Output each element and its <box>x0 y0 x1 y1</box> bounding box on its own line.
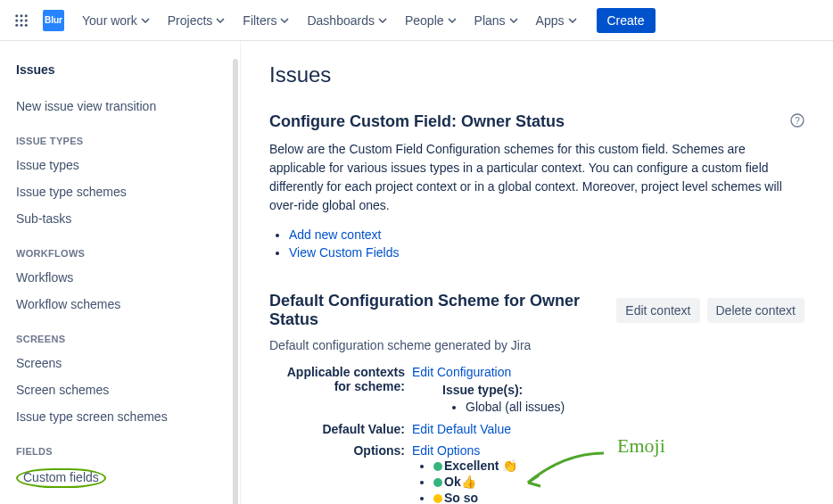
sidebar-item-new-issue-view[interactable]: New issue view transition <box>7 93 240 120</box>
sidebar-item-issue-type-schemes[interactable]: Issue type schemes <box>7 178 240 205</box>
nav-apps[interactable]: Apps <box>529 8 584 33</box>
sidebar-item-custom-fields[interactable]: Custom fields <box>7 462 240 494</box>
sidebar-group-screens: SCREENS <box>7 318 240 350</box>
nav-label: People <box>405 13 444 28</box>
link-edit-options[interactable]: Edit Options <box>412 443 480 458</box>
option-text: So so <box>444 491 478 504</box>
sidebar-title: Issues <box>7 57 240 82</box>
sidebar-item-issue-types[interactable]: Issue types <box>7 152 240 178</box>
sidebar-group-fields: FIELDS <box>7 430 240 462</box>
sidebar-item-workflows[interactable]: Workflows <box>7 264 240 291</box>
annotation-arrow-icon <box>519 449 608 493</box>
svg-point-4 <box>21 19 23 21</box>
options-list: Excellent 👏Ok👍So soWrong👎On fire 🔥Stand-… <box>433 458 804 504</box>
svg-text:?: ? <box>795 116 800 126</box>
status-dot-icon <box>433 462 442 471</box>
nav-dashboards[interactable]: Dashboards <box>300 8 394 33</box>
configure-description: Below are the Custom Field Configuration… <box>269 140 804 215</box>
sidebar-item-workflow-schemes[interactable]: Workflow schemes <box>7 291 240 318</box>
nav-plans[interactable]: Plans <box>467 8 525 33</box>
nav-label: Apps <box>536 13 565 28</box>
chevron-down-icon <box>448 13 457 28</box>
scheme-title: Default Configuration Scheme for Owner S… <box>269 292 609 329</box>
page-title: Issues <box>269 62 804 87</box>
nav-label: Projects <box>168 13 213 28</box>
svg-point-8 <box>25 23 28 26</box>
chevron-down-icon <box>509 13 518 28</box>
contexts-label: Applicable contexts for scheme: <box>269 365 412 393</box>
issue-types-label: Issue type(s): <box>442 383 804 397</box>
sidebar-item-issue-type-screen-schemes[interactable]: Issue type screen schemes <box>7 403 240 430</box>
svg-point-6 <box>15 23 18 26</box>
app-switcher-icon[interactable] <box>11 10 32 31</box>
admin-sidebar: Issues New issue view transition ISSUE T… <box>0 41 241 504</box>
status-dot-icon <box>433 478 442 487</box>
main-content: Issues Configure Custom Field: Owner Sta… <box>241 41 833 504</box>
options-label: Options: <box>269 443 412 458</box>
sidebar-group-workflows: WORKFLOWS <box>7 232 240 264</box>
top-navigation: Blur Your work Projects Filters Dashboar… <box>0 0 833 41</box>
option-text: Excellent 👏 <box>444 459 517 473</box>
nav-label: Dashboards <box>307 13 375 28</box>
link-add-new-context[interactable]: Add new context <box>289 227 382 242</box>
nav-people[interactable]: People <box>398 8 464 33</box>
chevron-down-icon <box>216 13 225 28</box>
chevron-down-icon <box>280 13 289 28</box>
delete-context-button[interactable]: Delete context <box>707 298 805 323</box>
svg-point-7 <box>21 23 23 26</box>
sidebar-item-screen-schemes[interactable]: Screen schemes <box>7 376 240 403</box>
svg-point-2 <box>25 14 28 17</box>
option-item: Excellent 👏 <box>433 458 804 474</box>
nav-label: Plans <box>474 13 506 28</box>
option-item: So so <box>433 490 804 504</box>
chevron-down-icon <box>141 13 150 28</box>
help-icon[interactable]: ? <box>790 113 804 130</box>
nav-filters[interactable]: Filters <box>235 8 296 33</box>
sidebar-group-issue-types: ISSUE TYPES <box>7 120 240 152</box>
annotation-circle: Custom fields <box>16 468 106 488</box>
nav-label: Your work <box>82 13 137 28</box>
nav-label: Filters <box>243 13 276 28</box>
chevron-down-icon <box>378 13 387 28</box>
link-view-custom-fields[interactable]: View Custom Fields <box>289 245 399 260</box>
option-text: Ok👍 <box>444 475 476 489</box>
configure-heading: Configure Custom Field: Owner Status <box>269 112 790 131</box>
svg-point-5 <box>25 19 28 21</box>
annotation-label: Emoji <box>617 434 665 458</box>
sidebar-item-sub-tasks[interactable]: Sub-tasks <box>7 205 240 232</box>
nav-projects[interactable]: Projects <box>161 8 233 33</box>
product-logo[interactable]: Blur <box>43 10 64 31</box>
sidebar-item-screens[interactable]: Screens <box>7 350 240 376</box>
default-value-label: Default Value: <box>269 422 412 436</box>
link-edit-configuration[interactable]: Edit Configuration <box>412 365 511 379</box>
svg-point-1 <box>21 14 23 17</box>
link-edit-default-value[interactable]: Edit Default Value <box>412 422 511 436</box>
create-button[interactable]: Create <box>597 8 656 33</box>
svg-point-0 <box>15 14 18 17</box>
option-item: Ok👍 <box>433 474 804 490</box>
issue-types-value: Global (all issues) <box>466 399 804 415</box>
chevron-down-icon <box>568 13 577 28</box>
scheme-subtitle: Default configuration scheme generated b… <box>269 338 804 352</box>
scheme-config-table: Applicable contexts for scheme: Edit Con… <box>269 361 804 504</box>
edit-context-button[interactable]: Edit context <box>616 298 699 323</box>
status-dot-icon <box>433 494 442 503</box>
nav-your-work[interactable]: Your work <box>75 8 157 33</box>
svg-point-3 <box>15 19 18 21</box>
